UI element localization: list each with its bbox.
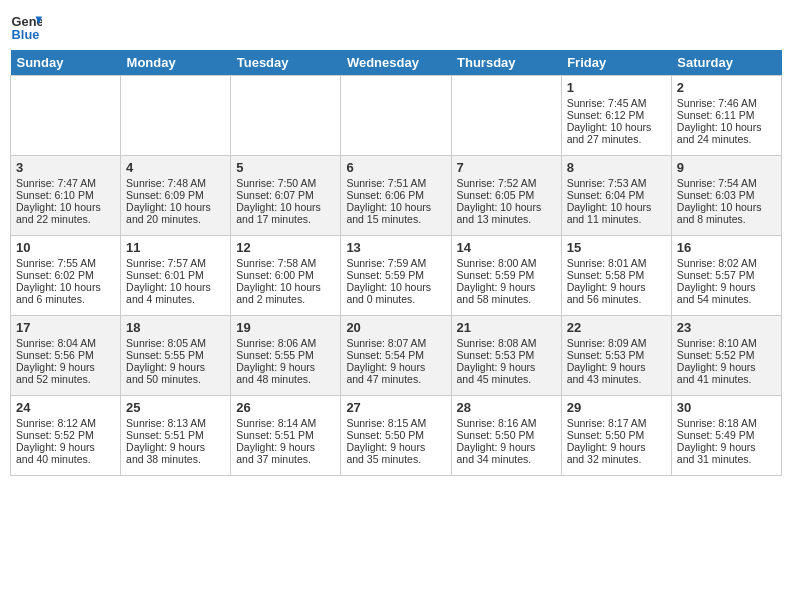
day-number: 3 [16,160,115,175]
sunset-text: Sunset: 6:05 PM [457,189,556,201]
daylight-text: Daylight: 9 hours and 40 minutes. [16,441,115,465]
daylight-text: Daylight: 9 hours and 58 minutes. [457,281,556,305]
calendar-cell: 14Sunrise: 8:00 AMSunset: 5:59 PMDayligh… [451,236,561,316]
svg-text:Blue: Blue [12,27,40,42]
calendar-cell: 29Sunrise: 8:17 AMSunset: 5:50 PMDayligh… [561,396,671,476]
day-number: 13 [346,240,445,255]
sunrise-text: Sunrise: 7:55 AM [16,257,115,269]
sunset-text: Sunset: 5:55 PM [236,349,335,361]
sunset-text: Sunset: 5:53 PM [567,349,666,361]
day-number: 27 [346,400,445,415]
calendar-cell [451,76,561,156]
day-number: 17 [16,320,115,335]
day-number: 22 [567,320,666,335]
sunset-text: Sunset: 6:04 PM [567,189,666,201]
day-number: 16 [677,240,776,255]
day-number: 9 [677,160,776,175]
sunset-text: Sunset: 5:52 PM [16,429,115,441]
calendar-cell: 27Sunrise: 8:15 AMSunset: 5:50 PMDayligh… [341,396,451,476]
calendar-week-2: 3Sunrise: 7:47 AMSunset: 6:10 PMDaylight… [11,156,782,236]
sunset-text: Sunset: 5:49 PM [677,429,776,441]
daylight-text: Daylight: 9 hours and 47 minutes. [346,361,445,385]
daylight-text: Daylight: 9 hours and 38 minutes. [126,441,225,465]
daylight-text: Daylight: 9 hours and 50 minutes. [126,361,225,385]
day-number: 1 [567,80,666,95]
daylight-text: Daylight: 10 hours and 2 minutes. [236,281,335,305]
sunset-text: Sunset: 6:09 PM [126,189,225,201]
calendar-cell: 15Sunrise: 8:01 AMSunset: 5:58 PMDayligh… [561,236,671,316]
daylight-text: Daylight: 9 hours and 48 minutes. [236,361,335,385]
calendar-week-1: 1Sunrise: 7:45 AMSunset: 6:12 PMDaylight… [11,76,782,156]
day-number: 24 [16,400,115,415]
calendar-cell: 9Sunrise: 7:54 AMSunset: 6:03 PMDaylight… [671,156,781,236]
daylight-text: Daylight: 9 hours and 32 minutes. [567,441,666,465]
day-header-sunday: Sunday [11,50,121,76]
calendar-body: 1Sunrise: 7:45 AMSunset: 6:12 PMDaylight… [11,76,782,476]
sunrise-text: Sunrise: 8:04 AM [16,337,115,349]
sunrise-text: Sunrise: 7:52 AM [457,177,556,189]
sunset-text: Sunset: 6:06 PM [346,189,445,201]
day-number: 30 [677,400,776,415]
calendar-cell: 5Sunrise: 7:50 AMSunset: 6:07 PMDaylight… [231,156,341,236]
sunset-text: Sunset: 6:00 PM [236,269,335,281]
sunrise-text: Sunrise: 8:12 AM [16,417,115,429]
daylight-text: Daylight: 10 hours and 8 minutes. [677,201,776,225]
logo: General Blue [10,10,46,42]
day-header-friday: Friday [561,50,671,76]
calendar-cell: 25Sunrise: 8:13 AMSunset: 5:51 PMDayligh… [121,396,231,476]
sunrise-text: Sunrise: 8:00 AM [457,257,556,269]
sunrise-text: Sunrise: 7:46 AM [677,97,776,109]
sunrise-text: Sunrise: 8:08 AM [457,337,556,349]
calendar-cell: 26Sunrise: 8:14 AMSunset: 5:51 PMDayligh… [231,396,341,476]
daylight-text: Daylight: 9 hours and 31 minutes. [677,441,776,465]
calendar-week-3: 10Sunrise: 7:55 AMSunset: 6:02 PMDayligh… [11,236,782,316]
daylight-text: Daylight: 9 hours and 56 minutes. [567,281,666,305]
day-number: 10 [16,240,115,255]
daylight-text: Daylight: 10 hours and 22 minutes. [16,201,115,225]
sunset-text: Sunset: 6:12 PM [567,109,666,121]
day-number: 19 [236,320,335,335]
sunrise-text: Sunrise: 7:48 AM [126,177,225,189]
calendar-table: SundayMondayTuesdayWednesdayThursdayFrid… [10,50,782,476]
sunrise-text: Sunrise: 7:54 AM [677,177,776,189]
daylight-text: Daylight: 9 hours and 54 minutes. [677,281,776,305]
sunset-text: Sunset: 6:03 PM [677,189,776,201]
calendar-week-5: 24Sunrise: 8:12 AMSunset: 5:52 PMDayligh… [11,396,782,476]
day-header-thursday: Thursday [451,50,561,76]
sunset-text: Sunset: 5:50 PM [457,429,556,441]
day-number: 7 [457,160,556,175]
sunrise-text: Sunrise: 8:05 AM [126,337,225,349]
daylight-text: Daylight: 10 hours and 24 minutes. [677,121,776,145]
calendar-cell [231,76,341,156]
sunrise-text: Sunrise: 7:45 AM [567,97,666,109]
sunset-text: Sunset: 5:50 PM [346,429,445,441]
sunset-text: Sunset: 5:54 PM [346,349,445,361]
header: General Blue [10,10,782,42]
calendar-cell: 11Sunrise: 7:57 AMSunset: 6:01 PMDayligh… [121,236,231,316]
calendar-cell: 22Sunrise: 8:09 AMSunset: 5:53 PMDayligh… [561,316,671,396]
calendar-cell: 3Sunrise: 7:47 AMSunset: 6:10 PMDaylight… [11,156,121,236]
sunrise-text: Sunrise: 8:14 AM [236,417,335,429]
day-number: 26 [236,400,335,415]
daylight-text: Daylight: 9 hours and 45 minutes. [457,361,556,385]
calendar-cell: 6Sunrise: 7:51 AMSunset: 6:06 PMDaylight… [341,156,451,236]
sunset-text: Sunset: 5:58 PM [567,269,666,281]
day-header-tuesday: Tuesday [231,50,341,76]
sunset-text: Sunset: 5:51 PM [126,429,225,441]
calendar-cell: 19Sunrise: 8:06 AMSunset: 5:55 PMDayligh… [231,316,341,396]
calendar-cell [121,76,231,156]
daylight-text: Daylight: 9 hours and 52 minutes. [16,361,115,385]
day-number: 4 [126,160,225,175]
sunset-text: Sunset: 5:56 PM [16,349,115,361]
day-number: 29 [567,400,666,415]
day-number: 25 [126,400,225,415]
sunrise-text: Sunrise: 8:01 AM [567,257,666,269]
calendar-cell: 24Sunrise: 8:12 AMSunset: 5:52 PMDayligh… [11,396,121,476]
sunset-text: Sunset: 5:51 PM [236,429,335,441]
daylight-text: Daylight: 9 hours and 35 minutes. [346,441,445,465]
sunrise-text: Sunrise: 8:16 AM [457,417,556,429]
calendar-cell: 21Sunrise: 8:08 AMSunset: 5:53 PMDayligh… [451,316,561,396]
sunrise-text: Sunrise: 8:02 AM [677,257,776,269]
day-number: 20 [346,320,445,335]
daylight-text: Daylight: 10 hours and 20 minutes. [126,201,225,225]
